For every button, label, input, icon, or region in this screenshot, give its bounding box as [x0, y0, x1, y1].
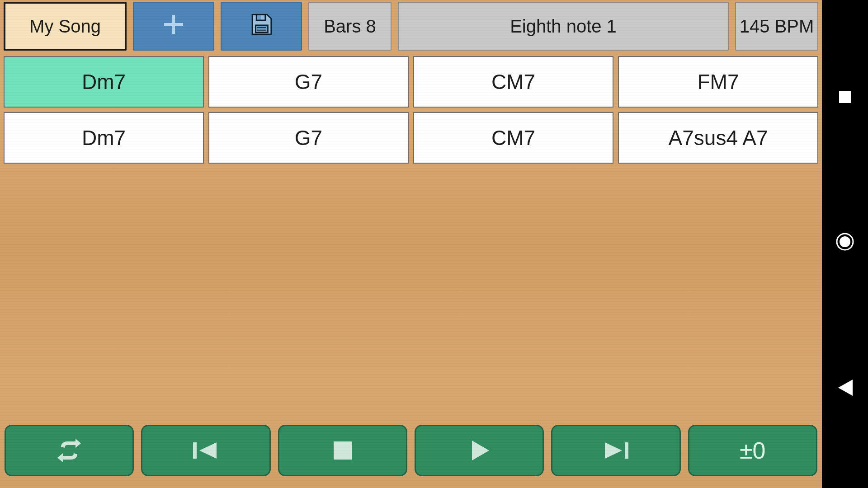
svg-marker-10 [472, 441, 489, 460]
bars-label: Bars 8 [324, 16, 376, 37]
android-nav-bar [822, 0, 868, 488]
chord-label: A7sus4 A7 [669, 126, 768, 150]
chord-label: CM7 [491, 70, 535, 94]
chord-label: G7 [295, 126, 322, 150]
plus-icon [161, 12, 186, 41]
stop-icon [332, 440, 354, 461]
top-toolbar: My Song Bars [4, 2, 818, 51]
play-button[interactable] [415, 425, 544, 476]
nav-recents-button[interactable] [838, 90, 852, 106]
svg-rect-12 [625, 442, 628, 459]
chord-label: Dm7 [82, 70, 126, 94]
play-icon [467, 439, 491, 462]
chord-label: G7 [295, 70, 322, 94]
skip-next-button[interactable] [551, 425, 680, 476]
chord-cell[interactable]: Dm7 [4, 112, 204, 164]
svg-rect-2 [255, 25, 268, 32]
skip-next-icon [601, 440, 630, 461]
transpose-label: ±0 [740, 437, 765, 464]
loop-icon [55, 439, 84, 462]
skip-previous-button[interactable] [141, 425, 270, 476]
style-button[interactable]: Eighth note 1 [398, 2, 729, 51]
chord-cell[interactable]: G7 [208, 56, 409, 108]
chord-label: CM7 [491, 126, 535, 150]
svg-rect-6 [261, 15, 264, 19]
style-label: Eighth note 1 [510, 16, 617, 37]
spacer [4, 171, 818, 425]
svg-marker-16 [838, 380, 853, 396]
song-title-label: My Song [29, 16, 101, 37]
svg-rect-5 [256, 14, 265, 20]
svg-rect-9 [334, 441, 352, 460]
stop-button[interactable] [278, 425, 407, 476]
chord-grid: Dm7 G7 CM7 FM7 Dm7 G7 CM7 A7sus4 A7 [4, 56, 818, 164]
bpm-button[interactable]: 145 BPM [735, 2, 818, 51]
nav-home-button[interactable] [835, 232, 854, 253]
chord-cell[interactable]: Dm7 [4, 56, 204, 108]
circle-icon [835, 232, 854, 253]
svg-rect-13 [839, 91, 851, 103]
svg-rect-7 [193, 442, 197, 459]
chord-cell[interactable]: G7 [208, 112, 409, 164]
app-main: My Song Bars [0, 0, 822, 488]
svg-marker-8 [199, 442, 217, 459]
transport-bar: ±0 [4, 425, 818, 483]
new-button[interactable] [133, 2, 214, 51]
chord-label: Dm7 [82, 126, 126, 150]
chord-cell[interactable]: FM7 [618, 56, 818, 108]
chord-cell[interactable]: CM7 [413, 112, 613, 164]
save-button[interactable] [221, 2, 302, 51]
triangle-back-icon [837, 380, 853, 398]
floppy-icon [248, 11, 274, 42]
chord-cell[interactable]: A7sus4 A7 [618, 112, 818, 164]
svg-point-15 [840, 236, 850, 247]
nav-back-button[interactable] [837, 380, 853, 398]
song-title-button[interactable]: My Song [4, 2, 127, 51]
bpm-label: 145 BPM [740, 16, 814, 37]
bars-button[interactable]: Bars 8 [308, 2, 392, 51]
svg-marker-11 [605, 442, 622, 459]
skip-previous-icon [191, 440, 220, 461]
loop-button[interactable] [5, 425, 134, 476]
transpose-button[interactable]: ±0 [688, 425, 817, 476]
square-icon [838, 90, 852, 106]
chord-cell[interactable]: CM7 [413, 56, 613, 108]
chord-label: FM7 [698, 70, 739, 94]
